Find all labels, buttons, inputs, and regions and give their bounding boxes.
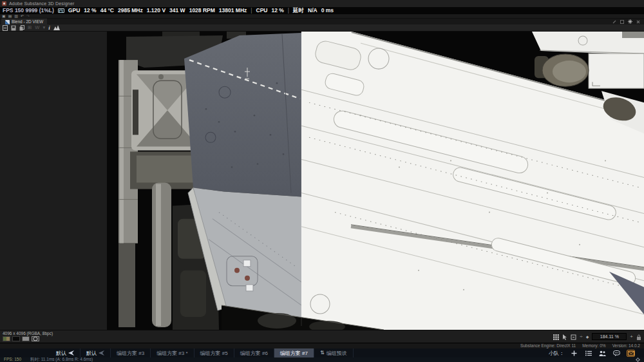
gpu-temp: 44 °C: [100, 8, 114, 14]
menu-icon[interactable]: [628, 19, 632, 24]
histogram-icon[interactable]: [53, 25, 60, 30]
taskbar-tab-4[interactable]: 编组方案 #3 *: [151, 348, 194, 357]
app-status-bar: Substance Engine: DirectX 11 Memory: 0% …: [0, 343, 644, 348]
caret-icon[interactable]: ▾: [43, 25, 45, 30]
latency-label: 延时: [293, 8, 304, 14]
taskbar-right: 小队：: [549, 348, 644, 357]
taskbar-tab-7[interactable]: 编组方案 #7: [274, 348, 314, 357]
copy-image-icon[interactable]: [19, 25, 24, 31]
memory-label: Memory: 0%: [582, 344, 605, 348]
people-icon[interactable]: [598, 350, 607, 357]
chat-icon[interactable]: [612, 350, 621, 357]
gpu-power: 341 W: [169, 8, 185, 14]
taskbar-tab-3[interactable]: 编组方案 #3: [111, 348, 151, 357]
gpu-voltage: 1.120 V: [147, 8, 166, 14]
view-toolbar: ⊞ W ▾ i: [0, 24, 644, 32]
performance-overlay: FPS 150 9999 (1%L) GPU 12 % 44 °C 2985 M…: [0, 7, 644, 14]
view-footer: 4096 x 4096 (RGBA, 8bpc) ÷ ◆ 184.11 % +: [0, 330, 644, 343]
close-icon[interactable]: [636, 20, 640, 24]
tab-label: 默认: [56, 350, 66, 357]
tab-label: 编组预设: [327, 350, 347, 357]
alpha-channel[interactable]: [32, 336, 39, 341]
diamond-icon[interactable]: ◆: [586, 335, 589, 339]
lock-icon[interactable]: [636, 331, 641, 343]
divide-icon[interactable]: ÷: [580, 334, 582, 339]
panel-tab-title: Blend - 2D VIEW: [12, 20, 43, 24]
info-icon[interactable]: i: [48, 24, 50, 31]
title-bar[interactable]: Adobe Substance 3D Designer: [0, 0, 644, 7]
version-label: Version: 14.0.2: [612, 344, 640, 348]
save-icon[interactable]: [11, 25, 16, 31]
resolution-label: 4096 x 4096 (RGBA, 8bpc): [3, 332, 53, 336]
duplicate-icon[interactable]: ▥: [14, 14, 18, 18]
latency-value: N/A: [308, 8, 317, 14]
tab-label: 编组方案 #6: [240, 350, 268, 357]
float-icon[interactable]: [620, 20, 624, 24]
separator: |: [251, 8, 252, 14]
copy-icon[interactable]: ▤: [8, 14, 12, 18]
zoom-controls: ÷ ◆ 184.11 % +: [553, 330, 641, 343]
updown-arrows-icon: ⇅: [320, 350, 325, 356]
taskbar-tab-8[interactable]: ⇅编组预设: [314, 348, 354, 357]
plus-icon[interactable]: +: [630, 334, 633, 339]
slate-wing-root: [184, 33, 301, 197]
app-window: Adobe Substance 3D Designer FPS 150 9999…: [0, 0, 644, 362]
paste-icon[interactable]: ▣: [2, 14, 6, 18]
undo-icon[interactable]: ↶: [21, 14, 24, 18]
footer-frametime: 耗时: 11.1ms (A: 6.8ms R: 4.6ms): [30, 357, 93, 362]
taskbar-tab-1[interactable]: 默认: [50, 348, 80, 357]
squad-label: 小队：: [549, 350, 564, 357]
taskbar-tab-5[interactable]: 编组方案 #5: [194, 348, 234, 357]
engine-label: Substance Engine: DirectX 11: [520, 344, 576, 348]
tab-label: 编组方案 #5: [200, 350, 228, 357]
pointer-icon[interactable]: [562, 331, 567, 343]
redo-icon[interactable]: ↷: [26, 14, 30, 18]
cpu-label: CPU: [256, 8, 268, 14]
plane-icon: [99, 350, 104, 356]
separator: |: [288, 8, 289, 14]
footer-line: FPS: 150 耗时: 11.1ms (A: 6.8ms R: 4.6ms): [0, 357, 644, 362]
panel-tab-bar: Blend - 2D VIEW: [0, 19, 644, 24]
tab-label: 编组方案 #3: [117, 350, 144, 357]
footer-fps: FPS: 150: [4, 357, 21, 362]
export-icon[interactable]: [3, 25, 8, 31]
main-toolbar: ▣ ▤ ▥ ↶ ↷: [0, 14, 644, 19]
tab-2d-view[interactable]: Blend - 2D VIEW: [1, 19, 47, 24]
2d-view-canvas[interactable]: [0, 32, 644, 330]
panel-controls: [612, 19, 643, 24]
fps-readout: FPS 150 9999 (1%L): [3, 8, 54, 14]
gpu-clock: 2985 MHz: [118, 8, 143, 14]
taskbar-tabs: 默认默认编组方案 #3编组方案 #3 *编组方案 #5编组方案 #6编组方案 #…: [50, 348, 354, 357]
plus-icon[interactable]: [570, 350, 578, 357]
gpu-mem-clock: 13801 MHz: [219, 8, 247, 14]
gpu-chip-icon: [58, 8, 64, 13]
fit-icon[interactable]: [571, 331, 576, 343]
tab-label: 编组方案 #7: [280, 350, 308, 357]
gpu-label: GPU: [68, 8, 80, 14]
texture-artwork: [0, 32, 644, 330]
transform-icon[interactable]: ⊞: [28, 25, 32, 30]
gear-icon[interactable]: [636, 357, 640, 362]
latency-ms: 0 ms: [321, 8, 334, 14]
material-thumb[interactable]: [3, 336, 10, 341]
cpu-usage: 12 %: [271, 8, 283, 14]
taskbar-tab-6[interactable]: 编组方案 #6: [234, 348, 274, 357]
gpu-usage: 12 %: [84, 8, 96, 14]
zoom-level-field[interactable]: 184.11 %: [592, 333, 627, 340]
gray-channel[interactable]: [22, 336, 30, 341]
mail-icon[interactable]: [627, 350, 635, 357]
2d-view-icon: [5, 20, 10, 24]
channel-swatches: [3, 336, 53, 341]
taskbar-tab-2[interactable]: 默认: [80, 348, 111, 357]
overlay-taskbar: 默认默认编组方案 #3编组方案 #3 *编组方案 #5编组方案 #6编组方案 #…: [0, 348, 644, 357]
gpu-fan: 1028 RPM: [189, 8, 215, 14]
tab-label: 编组方案 #3 *: [156, 350, 187, 357]
list-icon[interactable]: [584, 350, 592, 357]
wrap-icon[interactable]: W: [35, 25, 39, 30]
plane-icon: [68, 350, 74, 356]
pin-icon[interactable]: [612, 20, 616, 24]
window-title: Adobe Substance 3D Designer: [9, 1, 75, 6]
black-channel[interactable]: [12, 336, 20, 341]
app-icon: [2, 1, 6, 6]
grid-icon[interactable]: [553, 331, 559, 343]
